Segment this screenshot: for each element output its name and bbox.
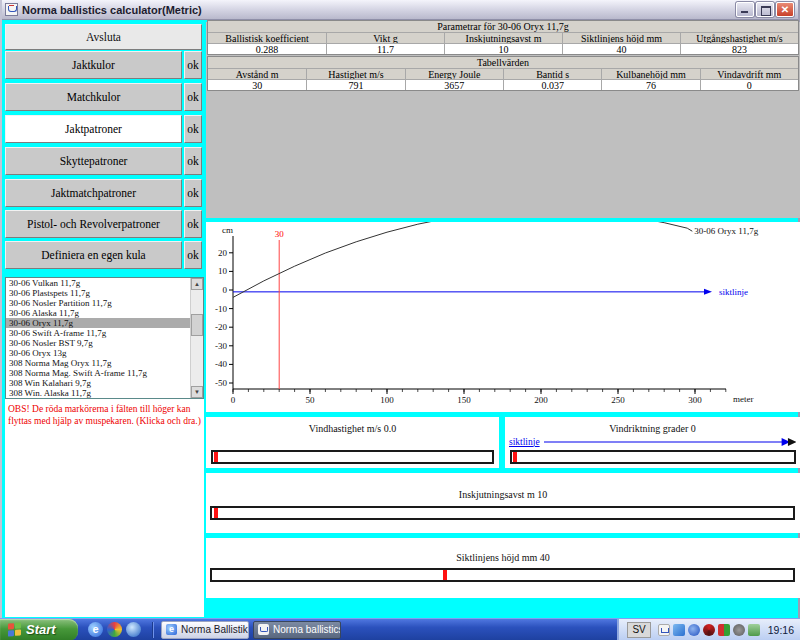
parameters-table: Parametrar för 30-06 Oryx 11,7g Ballisti…	[207, 20, 799, 55]
sight-height-marker[interactable]	[443, 570, 447, 580]
sidebar-item-skyttepatroner[interactable]: Skyttepatroner	[5, 147, 182, 175]
list-item[interactable]: 30-06 Vulkan 11,7g	[6, 278, 192, 288]
wind-speed-marker[interactable]	[214, 452, 218, 462]
column-header: Energy Joule	[405, 68, 503, 79]
tray-daemon-icon[interactable]	[688, 624, 700, 636]
ok-button-jaktkulor[interactable]: ok	[184, 51, 202, 79]
list-item[interactable]: 30-06 Oryx 11,7g	[6, 318, 192, 328]
tray-antivirus-icon[interactable]	[718, 624, 730, 636]
list-item[interactable]: 30-06 Nosler Partition 11,7g	[6, 298, 192, 308]
zero-distance-label: Inskjutningsavst m 10	[206, 489, 800, 500]
column-header: Avstånd m	[208, 68, 306, 79]
clock: 19:16	[768, 624, 794, 636]
list-item[interactable]: 308 Norma Mag Oryx 11,7g	[6, 358, 192, 368]
taskbar-divider	[152, 622, 154, 638]
scroll-up-icon[interactable]: ▲	[191, 278, 203, 290]
tray-java-icon[interactable]	[658, 624, 670, 636]
sight-height-panel: Siktlinjens höjd mm 40	[206, 538, 800, 598]
sidebar-item-jaktpatroner[interactable]: Jaktpatroner	[5, 115, 182, 143]
wind-direction-slider[interactable]	[510, 450, 796, 464]
svg-text:siktlinje: siktlinje	[719, 287, 748, 297]
close-button[interactable]	[776, 2, 794, 17]
parameters-table-title: Parametrar för 30-06 Oryx 11,7g	[208, 21, 798, 32]
wind-direction-label: Vindriktning grader 0	[505, 423, 800, 434]
java-app-icon	[5, 3, 18, 16]
taskbar: Start e e Norma Ballistik Java P... Norm…	[0, 618, 800, 640]
java-app-icon	[258, 624, 269, 635]
svg-text:20: 20	[218, 248, 228, 258]
ok-button-jaktmatchpatroner[interactable]: ok	[184, 179, 202, 207]
category-row: Jaktkulor ok	[5, 51, 202, 79]
ammo-listbox: 30-06 Vulkan 11,7g 30-06 Plastspets 11,7…	[5, 277, 204, 399]
task-button-browser[interactable]: e Norma Ballistik Java P...	[161, 621, 249, 639]
task-button-ballistics-app[interactable]: Norma ballistics calcul...	[253, 621, 341, 639]
internet-explorer-icon[interactable]: e	[88, 622, 103, 637]
zero-distance-marker[interactable]	[214, 508, 218, 518]
messenger-icon[interactable]	[126, 622, 141, 637]
sidebar-item-definiera-en-egen-kula[interactable]: Definiera en egen kula	[5, 241, 182, 269]
svg-text:150: 150	[457, 395, 471, 405]
wind-speed-slider[interactable]	[211, 450, 494, 464]
language-indicator[interactable]: SV	[627, 622, 650, 638]
start-button[interactable]: Start	[0, 619, 78, 640]
table-value: 10	[444, 43, 562, 54]
tray-update-icon[interactable]	[733, 624, 745, 636]
table-value: 30	[208, 79, 306, 90]
trajectory-chart[interactable]: cmmeter20100-10-20-30-40-500501001502002…	[206, 222, 800, 412]
list-item[interactable]: 30-06 Swift A-frame 11,7g	[6, 328, 192, 338]
column-header: Bantid s	[503, 68, 601, 79]
svg-text:0: 0	[231, 395, 236, 405]
table-value: 3657	[405, 79, 503, 90]
ok-button-matchkulor[interactable]: ok	[184, 83, 202, 111]
sight-height-label: Siktlinjens höjd mm 40	[206, 552, 800, 563]
sight-height-slider[interactable]	[210, 568, 795, 582]
svg-text:250: 250	[611, 395, 625, 405]
scroll-down-icon[interactable]: ▼	[191, 386, 203, 398]
list-item[interactable]: 308 Win Kalahari 9,7g	[6, 378, 192, 388]
ok-button-skyttepatroner[interactable]: ok	[184, 147, 202, 175]
titlebar[interactable]: Norma ballistics calculator(Metric)	[2, 0, 798, 20]
svg-text:meter: meter	[733, 394, 754, 404]
tray-shield-icon[interactable]	[748, 624, 760, 636]
list-item[interactable]: 308 Norma Mag. Swift A-frame 11,7g	[6, 368, 192, 378]
svg-text:200: 200	[534, 395, 548, 405]
list-item[interactable]: 30-06 Alaska 11,7g	[6, 308, 192, 318]
ok-button-pistol[interactable]: ok	[184, 210, 202, 238]
sidebar-item-pistol-och-revolverpatroner[interactable]: Pistol- och Revolverpatroner	[5, 210, 182, 238]
sidebar-item-matchkulor[interactable]: Matchkulor	[5, 83, 182, 111]
category-row: Skyttepatroner ok	[5, 147, 202, 175]
windows-flag-icon	[8, 622, 21, 636]
wind-speed-panel: Vindhastighet m/s 0.0	[206, 417, 499, 468]
media-player-icon[interactable]	[107, 622, 122, 637]
system-tray: SV 19:16	[617, 619, 800, 640]
values-table-title: Tabellvärden	[208, 57, 798, 68]
minimize-button[interactable]	[736, 2, 754, 17]
category-row: Definiera en egen kula ok	[5, 241, 202, 269]
ok-button-jaktpatroner[interactable]: ok	[184, 115, 202, 143]
column-header: Hastighet m/s	[306, 68, 404, 79]
tray-network-icon[interactable]	[673, 624, 685, 636]
app-window: Norma ballistics calculator(Metric) Avsl…	[0, 0, 800, 618]
zero-distance-slider[interactable]	[210, 506, 795, 520]
list-item[interactable]: 308 Win. Alaska 11,7g	[6, 388, 192, 398]
maximize-button[interactable]	[756, 2, 774, 17]
column-header: Ballistisk koefficient	[208, 32, 326, 43]
table-value: 823	[680, 43, 798, 54]
tray-media-icon[interactable]	[703, 624, 715, 636]
scroll-thumb[interactable]	[191, 314, 203, 336]
sidebar-item-jaktkulor[interactable]: Jaktkulor	[5, 51, 182, 79]
svg-text:-20: -20	[215, 322, 227, 332]
ok-button-definiera[interactable]: ok	[184, 241, 202, 269]
list-item[interactable]: 30-06 Plastspets 11,7g	[6, 288, 192, 298]
column-header: Vikt g	[326, 32, 444, 43]
wind-direction-marker[interactable]	[513, 452, 517, 462]
notice-text: OBS! De röda markörerna i fälten till hö…	[5, 399, 204, 617]
category-row: Pistol- och Revolverpatroner ok	[5, 210, 202, 238]
svg-text:-30: -30	[215, 341, 227, 351]
sightline-label: siktlinje	[509, 437, 540, 447]
list-scrollbar[interactable]: ▲ ▼	[190, 278, 203, 398]
list-item[interactable]: 30-06 Oryx 13g	[6, 348, 192, 358]
exit-button[interactable]: Avsluta	[5, 24, 202, 50]
list-item[interactable]: 30-06 Nosler BST 9,7g	[6, 338, 192, 348]
sidebar-item-jaktmatchpatroner[interactable]: Jaktmatchpatroner	[5, 179, 182, 207]
